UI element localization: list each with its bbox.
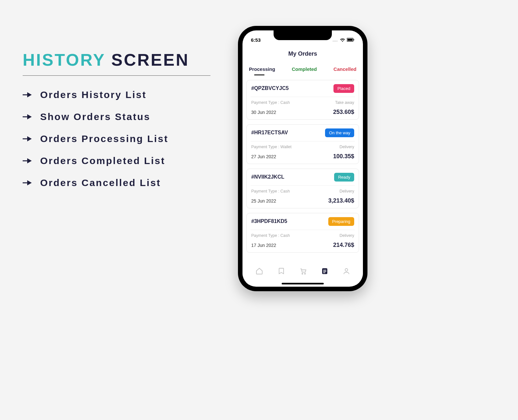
status-badge: Ready (334, 173, 354, 182)
svg-point-11 (334, 40, 335, 41)
bullet-label: Orders Completed List (40, 155, 165, 166)
order-id: #HR17ECTSAV (251, 130, 288, 136)
delivery-mode: Delivery (340, 145, 354, 149)
order-price: 3,213.40$ (328, 197, 354, 204)
status-badge: On the way (325, 128, 354, 137)
order-price: 100.35$ (333, 153, 354, 160)
svg-point-18 (304, 273, 305, 274)
order-price: 214.76$ (333, 242, 354, 249)
page-title: My Orders (242, 50, 363, 57)
svg-marker-1 (27, 92, 32, 97)
list-item: Orders Processing List (23, 133, 210, 144)
order-card[interactable]: #3HPDF81KD5PreparingPayment Type : CashD… (246, 213, 359, 253)
wifi-icon (340, 37, 345, 43)
svg-point-23 (345, 269, 348, 271)
phone-screen: 6:53 My Orders Processing Completed Canc… (242, 30, 363, 287)
svg-rect-16 (354, 39, 354, 40)
status-badge: Placed (333, 84, 354, 93)
payment-type: Payment Type : Cash (251, 100, 290, 105)
card-divider (251, 185, 355, 186)
svg-rect-15 (347, 39, 353, 41)
tab-completed[interactable]: Completed (292, 66, 317, 72)
order-date: 27 Jun 2022 (251, 154, 276, 159)
page-heading: HISTORY SCREEN (23, 50, 210, 70)
left-description-panel: HISTORY SCREEN Orders History List Show … (23, 50, 210, 199)
list-item: Orders History List (23, 89, 210, 100)
card-divider (251, 141, 355, 141)
cart-icon[interactable] (299, 267, 307, 276)
heading-accent: HISTORY (23, 50, 105, 69)
list-item: Orders Cancelled List (23, 177, 210, 188)
phone-notch (274, 30, 332, 40)
payment-type: Payment Type : Cash (251, 233, 290, 238)
home-indicator[interactable] (282, 283, 324, 284)
bullet-list: Orders History List Show Orders Status O… (23, 89, 210, 188)
card-divider (251, 230, 355, 230)
bullet-label: Orders Cancelled List (40, 177, 161, 188)
card-divider (251, 97, 355, 97)
bullet-label: Show Orders Status (40, 111, 151, 122)
order-card[interactable]: #NVIIK2JKCLReadyPayment Type : CashDeliv… (246, 169, 359, 208)
arrow-right-icon (23, 136, 32, 142)
arrow-right-icon (23, 158, 32, 164)
svg-point-12 (335, 40, 336, 41)
order-date: 17 Jun 2022 (251, 243, 276, 248)
status-badge: Preparing (328, 217, 354, 226)
order-price: 253.60$ (333, 109, 354, 116)
bullet-label: Orders History List (40, 89, 147, 100)
status-icons (332, 37, 355, 43)
order-id: #3HPDF81KD5 (251, 218, 287, 224)
payment-type: Payment Type : Cash (251, 189, 290, 193)
svg-marker-5 (27, 136, 32, 141)
order-id: #QPZBVCYJC5 (251, 85, 289, 91)
delivery-mode: Take away (335, 100, 354, 105)
heading-dark: SCREEN (111, 50, 189, 69)
orders-list[interactable]: #QPZBVCYJC5PlacedPayment Type : CashTake… (242, 75, 363, 253)
bottom-nav (242, 263, 363, 285)
order-tabs: Processing Completed Cancelled (242, 66, 363, 72)
cellular-icon (332, 37, 338, 43)
order-card[interactable]: #QPZBVCYJC5PlacedPayment Type : CashTake… (246, 80, 359, 120)
svg-point-13 (337, 40, 338, 41)
order-id: #NVIIK2JKCL (251, 174, 284, 180)
delivery-mode: Delivery (340, 189, 354, 193)
svg-marker-9 (27, 180, 32, 185)
arrow-right-icon (23, 92, 32, 98)
svg-marker-7 (27, 158, 32, 163)
home-icon[interactable] (255, 267, 263, 276)
order-card[interactable]: #HR17ECTSAVOn the wayPayment Type : Wall… (246, 124, 359, 164)
list-item: Show Orders Status (23, 111, 210, 122)
bullet-label: Orders Processing List (40, 133, 168, 144)
bookmark-icon[interactable] (278, 267, 285, 276)
profile-icon[interactable] (343, 267, 350, 276)
order-date: 25 Jun 2022 (251, 198, 276, 204)
battery-icon (347, 37, 355, 43)
order-date: 30 Jun 2022 (251, 110, 276, 115)
svg-marker-3 (27, 114, 32, 119)
tab-processing[interactable]: Processing (249, 66, 275, 72)
tab-cancelled[interactable]: Cancelled (333, 66, 356, 72)
delivery-mode: Delivery (340, 233, 354, 238)
list-item: Orders Completed List (23, 155, 210, 166)
svg-point-17 (302, 273, 303, 274)
status-time: 6:53 (251, 37, 261, 43)
orders-icon[interactable] (321, 267, 328, 276)
arrow-right-icon (23, 114, 32, 120)
heading-divider (23, 75, 210, 76)
arrow-right-icon (23, 180, 32, 186)
payment-type: Payment Type : Wallet (251, 145, 291, 149)
svg-point-10 (333, 40, 334, 41)
phone-frame: 6:53 My Orders Processing Completed Canc… (238, 26, 367, 291)
